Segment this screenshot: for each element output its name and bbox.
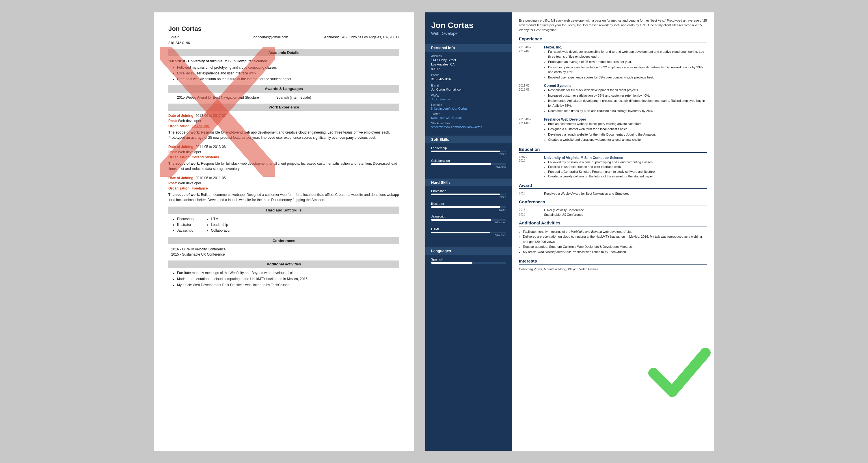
stackoverflow-label: StackOverflow: [431, 122, 506, 125]
soft-skills-title: Soft Skills: [425, 136, 512, 143]
personal-info-title: Personal Info: [425, 44, 512, 52]
conf-entry-2: 2015 Sustainable UX Conference: [519, 213, 707, 217]
twitter-label: Twitter: [431, 112, 506, 116]
languages-section: Languages Spanish: [425, 243, 512, 271]
edu-entry-uva: 2007 -2010 University of Virginia, M.S. …: [519, 156, 707, 179]
hard-skills-section: Hard Skills Photoshop Expert Illustrator…: [425, 175, 512, 243]
skill-photoshop: Photoshop Expert: [431, 189, 506, 198]
work-section-title: Work Experience: [168, 104, 399, 111]
address-value: 1417 Libby StreetLos Angeles, CA90017: [431, 58, 506, 71]
award-entry: 2015 Received a Webby Award for Best Nav…: [519, 192, 707, 195]
left-phone: 310-242-0196: [168, 40, 399, 45]
personal-info-section: Personal Info Address 1417 Libby StreetL…: [425, 40, 512, 132]
skills-section-title: Hard and Soft Skills: [168, 206, 399, 214]
email-label: E-mail: [431, 84, 506, 87]
address-label: Address: [431, 55, 506, 58]
activities-list: Facilitate monthly meetings of the Webfi…: [177, 270, 399, 288]
skill-collaboration: Collaboration Advanced: [431, 159, 506, 168]
skill-javascript: Javascript Advanced: [431, 214, 506, 224]
skill-leadership-bar-fill: [431, 151, 500, 152]
academic-section-title: Academic Details: [168, 49, 399, 57]
left-email-label: E-Mail:: [168, 35, 179, 40]
conferences-title: Conferences: [519, 199, 707, 205]
summary-text: Eye-poppingly prolific, full stack web d…: [519, 18, 707, 33]
academic-bullets: Followed my passion of prototyping and c…: [177, 65, 399, 81]
exp-entry-freelance: 2010-06 -2011-05 Freelance Web Developer…: [519, 118, 707, 143]
work-entry-1: Date of Joining: 2013-06 to 2017-07 Post…: [168, 113, 399, 140]
left-address: Address: 1417 Libby St Los Angeles, CA, …: [324, 35, 399, 40]
twitter-value: twitter.com/JonCortas: [431, 116, 506, 120]
linkedin-label: LinkedIn: [431, 103, 506, 106]
conferences-list: 2016 - O'Reilly Velocity Conference 2015…: [171, 246, 399, 257]
resume-left: Jon Cortas E-Mail: Johncortas@gmail.com …: [154, 12, 414, 451]
interests-text: Collecting Vinyls, Mountain biking, Play…: [519, 267, 707, 271]
left-contact-row: E-Mail: Johncortas@gmail.com Address: 14…: [168, 35, 399, 40]
email-value: JonCortas@gmail.com: [431, 88, 506, 92]
exp-entry-flexor: 2013-06 -2017-07 Flexor, Inc. Full stack…: [519, 45, 707, 80]
experience-title: Experience: [519, 36, 707, 42]
skill-collaboration-level: Advanced: [431, 165, 506, 168]
work-entry-3: Date of Joining: 2010-06 to 2011-05 Post…: [168, 175, 399, 202]
right-title: Web Developer: [431, 31, 506, 36]
award1: 2015 Webby Award for Best Navigation and…: [177, 95, 259, 100]
skill-collaboration-name: Collaboration: [431, 159, 506, 162]
skill-collaboration-bar-bg: [431, 163, 506, 165]
skill-leadership-name: Leadership: [431, 146, 506, 150]
activities-section-title: Additonal activities: [168, 261, 399, 268]
skill-leadership: Leadership Expert: [431, 146, 506, 156]
conferences-section-title: Conferences: [168, 237, 399, 244]
hard-skills-title: Hard Skills: [425, 178, 512, 186]
skill-leadership-bar-bg: [431, 151, 506, 152]
education-title: Education: [519, 147, 707, 153]
skill-spanish: Spanish: [431, 258, 506, 264]
skills-list: Photoshop Illustrator Javascript HTML Le…: [177, 217, 399, 234]
skill-leadership-level: Expert: [431, 153, 506, 156]
skill-html: HTML Advanced: [431, 227, 506, 236]
academic-entry: 2007-2010 - University of Virginia, M.S.…: [168, 59, 399, 64]
work-entry-2: Date of Joining: 2011-05 to 2013-06 Post…: [168, 144, 399, 171]
sidebar: Jon Cortas Web Developer Personal Info A…: [425, 12, 512, 451]
main-content: Eye-poppingly prolific, full stack web d…: [512, 12, 714, 451]
right-name: Jon Cortas: [431, 21, 506, 30]
stackoverflow-value: stackoverflow.com/users/Jon-Cortas: [431, 125, 506, 129]
left-email: Johncortas@gmail.com: [252, 35, 288, 40]
sidebar-header: Jon Cortas Web Developer: [425, 12, 512, 41]
languages-title: Languages: [425, 247, 512, 255]
left-name: Jon Cortas: [168, 24, 399, 33]
www-label: WWW: [431, 94, 506, 97]
skill-illustrator: Illustrator Expert: [431, 202, 506, 211]
resume-right: Jon Cortas Web Developer Personal Info A…: [425, 12, 714, 451]
linkedin-value: linkedin.com/in/JonCortas: [431, 107, 506, 110]
skill-collaboration-bar-fill: [431, 163, 491, 165]
award2: Spanish (intermediate): [276, 95, 311, 100]
phone-label: Phone: [431, 73, 506, 77]
activities-title: Additional Activities: [519, 221, 707, 227]
conf-entry-1: 2016 O'Reilly Velocity Conference: [519, 208, 707, 212]
www-value: JonCortas.com: [431, 98, 506, 101]
awards-section-title: Awards & Languages: [168, 85, 399, 93]
activities-list-right: Facilitate monthly meetings of the Webfi…: [523, 229, 707, 255]
soft-skills-section: Soft Skills Leadership Expert Collaborat…: [425, 132, 512, 175]
interests-title: Interests: [519, 259, 707, 265]
exp-entry-corend: 2011-05 -2013-06 Corend Systems Responsi…: [519, 84, 707, 114]
awards-row: 2015 Webby Award for Best Navigation and…: [177, 95, 399, 100]
phone-value: 310-242-0196: [431, 77, 506, 81]
award-title: Award: [519, 183, 707, 189]
